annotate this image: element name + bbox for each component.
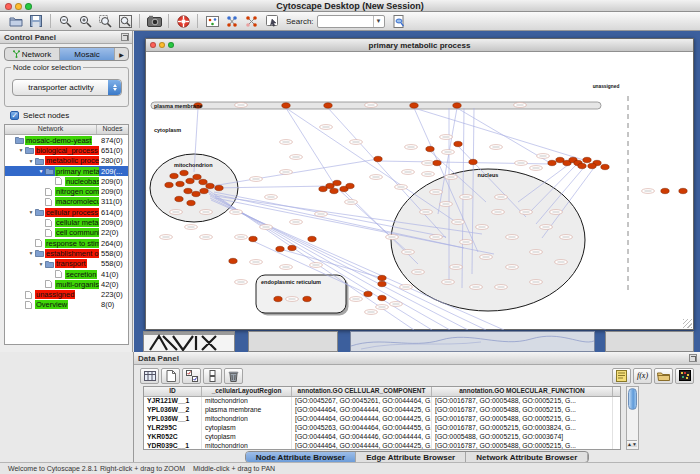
birdseye-view-button[interactable] xyxy=(202,13,222,30)
snapshot-button[interactable] xyxy=(144,13,164,30)
tree-row[interactable]: ▼biological_process651(0) xyxy=(5,145,128,155)
column-header[interactable]: annotation.GO MOLECULAR_FUNCTION xyxy=(432,387,613,396)
network-node[interactable] xyxy=(346,183,354,188)
more-tabs-arrow[interactable]: ▶ xyxy=(115,48,128,60)
tree-row[interactable]: response to stimulu264(0) xyxy=(5,238,128,248)
tree-col-nodes[interactable]: Nodes xyxy=(97,125,128,134)
network-node[interactable] xyxy=(378,295,386,300)
zoom-fit-button[interactable] xyxy=(115,13,135,30)
network-canvas[interactable]: plasma membrane cytoplasm mitochondrion … xyxy=(146,52,693,329)
network-window-titlebar[interactable]: primary metabolic process xyxy=(146,39,693,52)
network-node[interactable] xyxy=(187,200,195,205)
help-button[interactable] xyxy=(173,13,193,30)
tree-row[interactable]: nitrogen compo209(0) xyxy=(5,186,128,196)
network-node[interactable] xyxy=(192,191,200,196)
network-node[interactable] xyxy=(308,236,316,241)
network-node[interactable] xyxy=(186,178,194,183)
float-panel-icon[interactable] xyxy=(121,33,129,41)
table-row[interactable]: YLR295Ccytoplasm[GO:0045263, GO:0044464,… xyxy=(144,424,620,433)
network-node[interactable] xyxy=(170,173,178,178)
expand-toggle-icon[interactable]: ▼ xyxy=(27,158,35,164)
tree-row[interactable]: ▼cellular process614(0) xyxy=(5,207,128,217)
scroll-down-button[interactable]: ▼ xyxy=(632,440,637,447)
network-node[interactable] xyxy=(249,236,257,241)
resize-grip[interactable] xyxy=(683,319,692,328)
network-node[interactable] xyxy=(364,291,372,296)
zoom-selected-button[interactable] xyxy=(95,13,115,30)
matrix-view-button[interactable] xyxy=(675,368,694,384)
background-window-fragment[interactable] xyxy=(248,331,338,352)
tab-edge-attribute-browser[interactable]: Edge Attribute Browser xyxy=(356,452,466,462)
enhanced-search-button[interactable] xyxy=(389,13,409,30)
zoom-in-button[interactable] xyxy=(75,13,95,30)
network-node[interactable] xyxy=(175,196,183,201)
first-neighbors-button[interactable] xyxy=(222,13,242,30)
select-mode-button[interactable] xyxy=(262,13,282,30)
table-row[interactable]: YPL036W__2plasma membrane[GO:0044464, GO… xyxy=(144,406,620,415)
unselect-all-attributes-button[interactable] xyxy=(203,368,222,384)
table-scrollbar[interactable]: ▲▼ xyxy=(626,386,639,450)
tab-mosaic[interactable]: Mosaic xyxy=(60,48,115,60)
network-node[interactable] xyxy=(176,181,184,186)
search-input[interactable]: ▼ xyxy=(317,15,385,28)
tree-row[interactable]: ▼primary metabo209(... xyxy=(5,166,128,176)
network-node[interactable] xyxy=(578,163,586,168)
network-node[interactable] xyxy=(199,179,207,184)
tree-row[interactable]: ▼metabolic process280(0) xyxy=(5,156,128,166)
tree-row[interactable]: cellular metabol209(0) xyxy=(5,217,128,227)
search-dropdown-arrow[interactable]: ▼ xyxy=(373,16,384,27)
network-node[interactable] xyxy=(206,183,214,188)
network-node[interactable] xyxy=(661,188,669,193)
delete-attribute-button[interactable] xyxy=(224,368,243,384)
network-node[interactable] xyxy=(193,174,201,179)
network-node[interactable] xyxy=(601,164,609,169)
float-panel-icon[interactable] xyxy=(689,354,697,362)
tree-row[interactable]: macromolecule311(0) xyxy=(5,197,128,207)
expand-toggle-icon[interactable]: ▼ xyxy=(17,147,25,153)
tree-row[interactable]: mosaic-demo-yeast874(0) xyxy=(5,135,128,145)
tree-row[interactable]: Overview8(0) xyxy=(5,300,128,310)
network-node[interactable] xyxy=(276,246,284,251)
network-node[interactable] xyxy=(378,281,386,286)
network-node[interactable] xyxy=(453,103,461,108)
save-session-button[interactable] xyxy=(26,13,46,30)
network-node[interactable] xyxy=(333,180,341,185)
tab-network-attribute-browser[interactable]: Network Attribute Browser xyxy=(466,452,588,462)
zoom-out-button[interactable] xyxy=(55,13,75,30)
network-node[interactable] xyxy=(165,182,173,187)
import-attributes-button[interactable] xyxy=(654,368,673,384)
network-node[interactable] xyxy=(180,170,188,175)
network-node[interactable] xyxy=(583,157,591,162)
network-node[interactable] xyxy=(274,296,282,301)
network-node[interactable] xyxy=(319,186,327,191)
table-row[interactable]: YPL036W__1mitochondrion[GO:0044464, GO:0… xyxy=(144,415,620,424)
tab-node-attribute-browser[interactable]: Node Attribute Browser xyxy=(246,452,357,462)
network-node[interactable] xyxy=(229,258,237,263)
table-row[interactable]: YKR052Ccytoplasm[GO:0044464, GO:0044446,… xyxy=(144,433,620,442)
tree-row[interactable]: unassigned223(0) xyxy=(5,289,128,299)
network-node[interactable] xyxy=(454,141,462,146)
expand-neighbors-button[interactable] xyxy=(242,13,262,30)
tree-row[interactable]: secretion41(0) xyxy=(5,269,128,279)
annotation-notes-button[interactable] xyxy=(612,368,631,384)
background-window-fragment[interactable] xyxy=(143,331,235,352)
column-header[interactable]: ID xyxy=(144,387,202,396)
network-node[interactable] xyxy=(282,103,290,108)
select-nodes-checkbox[interactable]: ✓ xyxy=(10,111,19,120)
select-attributes-button[interactable] xyxy=(140,368,159,384)
node-color-dropdown[interactable]: transporter activity xyxy=(12,79,122,96)
background-window-fragment[interactable] xyxy=(350,331,595,352)
network-node[interactable] xyxy=(433,160,441,165)
scrollbar-thumb[interactable] xyxy=(628,388,637,410)
column-header[interactable]: _cellularLayoutRegion xyxy=(202,387,292,396)
tree-row[interactable]: multi-organism pro42(0) xyxy=(5,279,128,289)
expand-toggle-icon[interactable]: ▼ xyxy=(37,261,45,267)
select-all-attributes-button[interactable] xyxy=(182,368,201,384)
formula-builder-button[interactable]: f(x) xyxy=(633,368,652,384)
tree-row[interactable]: cell communicat22(0) xyxy=(5,228,128,238)
open-session-button[interactable] xyxy=(6,13,26,30)
network-node[interactable] xyxy=(378,275,386,280)
expand-toggle-icon[interactable]: ▼ xyxy=(27,209,35,215)
table-row[interactable]: YJR121W__1mitochondrion[GO:0045267, GO:0… xyxy=(144,397,620,406)
tree-row[interactable]: nucleobase-209(0) xyxy=(5,176,128,186)
